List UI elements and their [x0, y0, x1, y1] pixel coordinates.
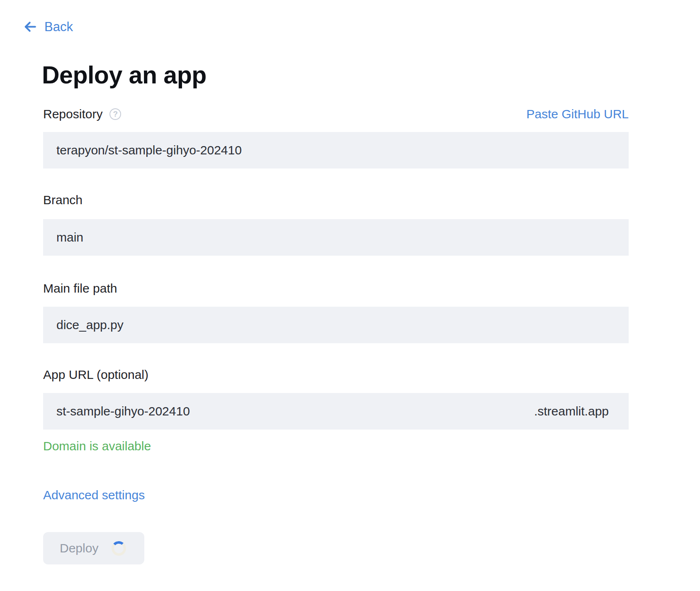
branch-label: Branch [43, 193, 83, 208]
deploy-button[interactable]: Deploy [43, 532, 144, 564]
repository-input[interactable]: terapyon/st-sample-gihyo-202410 [43, 132, 629, 169]
back-arrow-icon [22, 19, 38, 34]
branch-value: main [56, 230, 83, 244]
main-file-path-value: dice_app.py [56, 318, 124, 332]
app-url-value: st-sample-gihyo-202410 [56, 404, 190, 418]
back-button[interactable]: Back [22, 19, 73, 34]
main-file-path-label: Main file path [43, 281, 117, 296]
back-label: Back [44, 19, 73, 34]
deploy-button-label: Deploy [60, 541, 98, 555]
domain-status: Domain is available [43, 438, 151, 454]
app-url-suffix: .streamlit.app [534, 404, 609, 418]
advanced-settings-link[interactable]: Advanced settings [43, 487, 145, 503]
app-url-label: App URL (optional) [43, 367, 148, 382]
repository-value: terapyon/st-sample-gihyo-202410 [56, 143, 242, 157]
page-title: Deploy an app [42, 61, 207, 90]
paste-github-url-link[interactable]: Paste GitHub URL [526, 107, 629, 121]
repository-label-row: Repository ? Paste GitHub URL [43, 106, 629, 122]
deploy-app-page: Back Deploy an app Repository ? Paste Gi… [0, 0, 700, 591]
main-file-path-input[interactable]: dice_app.py [43, 307, 629, 343]
branch-input[interactable]: main [43, 219, 629, 256]
loading-spinner-icon [111, 540, 126, 556]
help-icon[interactable]: ? [109, 108, 121, 120]
app-url-input[interactable]: st-sample-gihyo-202410 .streamlit.app [43, 393, 629, 430]
repository-label: Repository [43, 107, 102, 122]
